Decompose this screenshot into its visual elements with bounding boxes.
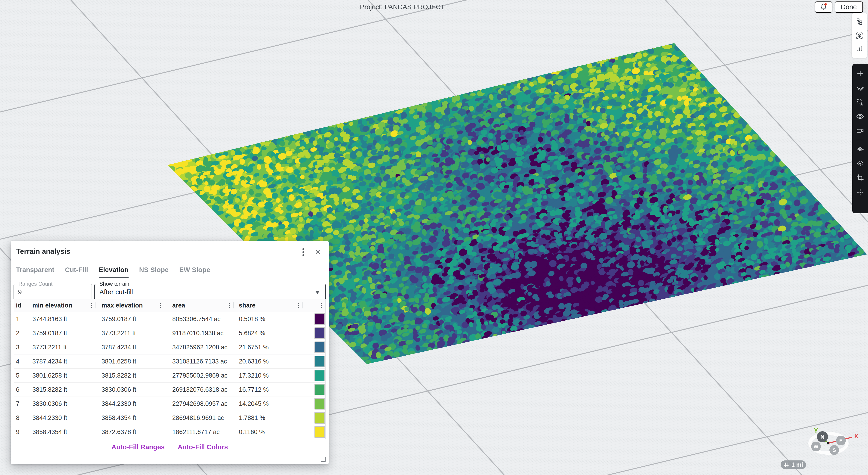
color-swatch[interactable] xyxy=(314,412,325,424)
draw-icon[interactable] xyxy=(855,82,866,93)
select-area-icon[interactable] xyxy=(855,96,866,108)
svg-text:W: W xyxy=(814,444,818,450)
col-menu-area[interactable] xyxy=(225,299,233,312)
color-swatch[interactable] xyxy=(314,313,325,325)
table-row: 83844.2330 ft3858.4354 ft28694816.9691 a… xyxy=(14,411,325,425)
cell-id: 7 xyxy=(14,400,30,408)
col-header-min-elevation: min elevation xyxy=(30,302,87,309)
panel-close-button[interactable] xyxy=(313,247,323,257)
panel-title: Terrain analysis xyxy=(16,247,70,256)
color-swatch[interactable] xyxy=(314,342,325,353)
col-header-color xyxy=(303,299,316,312)
add-icon[interactable] xyxy=(855,67,866,79)
panel-resize-handle[interactable] xyxy=(321,457,326,462)
cell-max-elevation: 3759.0187 ft xyxy=(95,316,165,323)
cell-color xyxy=(303,398,326,410)
y-axis-label: Y xyxy=(814,427,818,434)
color-swatch[interactable] xyxy=(314,327,325,339)
color-swatch[interactable] xyxy=(314,426,325,438)
col-header-id: id xyxy=(14,302,30,309)
cell-max-elevation: 3858.4354 ft xyxy=(95,414,165,421)
cell-color xyxy=(303,426,326,438)
col-menu-min-elevation[interactable] xyxy=(87,299,95,312)
focus-model-icon[interactable] xyxy=(854,30,865,41)
cell-max-elevation: 3830.0306 ft xyxy=(95,386,165,393)
cell-area: 8053306.7544 ac xyxy=(165,316,233,323)
kebab-icon xyxy=(303,248,304,256)
camera-icon[interactable] xyxy=(855,125,866,137)
cell-area: 277955002.9869 ac xyxy=(165,372,233,379)
panel-tabs: TransparentCut-FillElevationNS SlopeEW S… xyxy=(11,262,329,278)
cell-min-elevation: 3830.0306 ft xyxy=(30,400,95,408)
cell-share: 0.1160 % xyxy=(233,428,303,436)
compass-west[interactable]: W xyxy=(811,442,821,451)
color-swatch[interactable] xyxy=(314,370,325,381)
cell-area: 331081126.7133 ac xyxy=(165,358,233,365)
svg-text:E: E xyxy=(839,438,843,444)
tab-ew-slope[interactable]: EW Slope xyxy=(179,266,210,275)
cell-share: 5.6824 % xyxy=(233,330,303,337)
ranges-count-field[interactable]: Ranges Count xyxy=(13,284,92,300)
auto-fill-colors-button[interactable]: Auto-Fill Colors xyxy=(176,443,229,451)
table-row: 53801.6258 ft3815.8282 ft277955002.9869 … xyxy=(14,368,325,383)
svg-text:N: N xyxy=(820,434,825,440)
visibility-icon[interactable] xyxy=(855,111,866,122)
cell-min-elevation: 3844.2330 ft xyxy=(30,414,95,421)
cell-area: 28694816.9691 ac xyxy=(165,414,233,421)
notifications-button[interactable] xyxy=(815,1,832,13)
compass-origin-dot xyxy=(827,442,829,444)
center-target-icon[interactable] xyxy=(855,186,866,198)
auto-fill-ranges-button[interactable]: Auto-Fill Ranges xyxy=(110,443,166,451)
col-header-area: area xyxy=(165,302,225,309)
col-menu-color[interactable] xyxy=(316,299,326,312)
table-row: 63815.8282 ft3830.0306 ft269132076.6318 … xyxy=(14,383,325,397)
toolbar-divider xyxy=(856,140,864,140)
compass-gizmo[interactable]: Y X E W S N xyxy=(802,423,868,462)
cell-color xyxy=(303,384,326,395)
bell-icon xyxy=(819,2,828,12)
table-row: 23759.0187 ft3773.2211 ft91187010.1938 a… xyxy=(14,326,325,340)
tab-elevation[interactable]: Elevation xyxy=(99,266,129,275)
panel-menu-button[interactable] xyxy=(298,247,308,257)
tab-cut-fill[interactable]: Cut-Fill xyxy=(65,266,88,275)
cell-share: 17.3210 % xyxy=(233,372,303,379)
col-menu-share[interactable] xyxy=(294,299,303,312)
show-terrain-select[interactable]: Show terrain After cut-fill xyxy=(94,284,326,300)
terrain-mesh-icon[interactable] xyxy=(855,144,866,155)
color-swatch[interactable] xyxy=(314,384,325,395)
svg-text:S: S xyxy=(833,447,836,453)
color-swatch[interactable] xyxy=(314,398,325,410)
tab-transparent[interactable]: Transparent xyxy=(16,266,54,275)
close-icon xyxy=(314,248,321,256)
color-swatch[interactable] xyxy=(314,356,325,367)
x-axis-label: X xyxy=(854,433,858,440)
cell-max-elevation: 3787.4234 ft xyxy=(95,344,165,351)
cell-id: 3 xyxy=(14,344,30,351)
col-header-max-elevation: max elevation xyxy=(95,302,156,309)
compass-south[interactable]: S xyxy=(829,445,839,455)
cell-share: 21.6751 % xyxy=(233,344,303,351)
compass-north[interactable]: N xyxy=(817,431,828,442)
layers-tree-icon[interactable] xyxy=(854,16,865,28)
table-header: id min elevation max elevation area shar… xyxy=(14,299,325,312)
cell-max-elevation: 3773.2211 ft xyxy=(95,330,165,337)
cell-max-elevation: 3801.6258 ft xyxy=(95,358,165,365)
cell-id: 6 xyxy=(14,386,30,393)
cell-share: 1.7881 % xyxy=(233,414,303,421)
cell-max-elevation: 3844.2330 ft xyxy=(95,400,165,408)
cell-area: 269132076.6318 ac xyxy=(165,386,233,393)
cell-color xyxy=(303,342,326,353)
points-icon[interactable] xyxy=(855,158,866,169)
elevation-profile-icon[interactable] xyxy=(854,43,865,55)
scale-label: 1 mi xyxy=(792,462,803,468)
cell-id: 9 xyxy=(14,428,30,436)
cell-share: 14.2045 % xyxy=(233,400,303,408)
cell-id: 1 xyxy=(14,316,30,323)
compass-east[interactable]: E xyxy=(836,436,846,445)
crop-icon[interactable] xyxy=(855,172,866,184)
cell-min-elevation: 3858.4354 ft xyxy=(30,428,95,436)
tab-ns-slope[interactable]: NS Slope xyxy=(139,266,168,275)
cell-share: 0.5018 % xyxy=(233,316,303,323)
col-menu-max-elevation[interactable] xyxy=(156,299,165,312)
done-button[interactable]: Done xyxy=(835,1,863,13)
